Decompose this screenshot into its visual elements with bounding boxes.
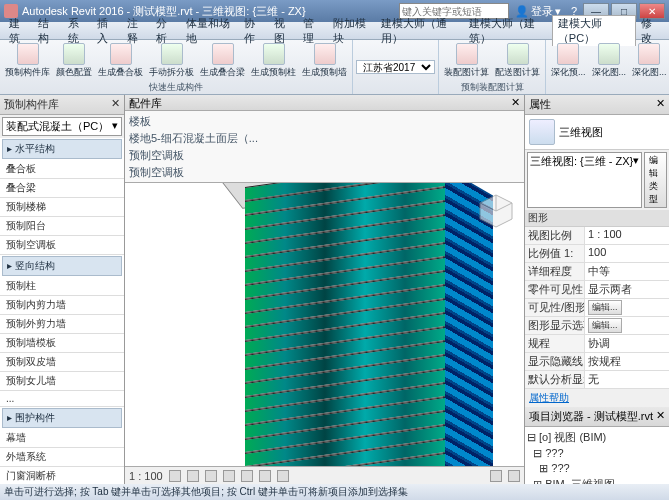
view-icon[interactable] <box>241 470 253 482</box>
property-row[interactable]: 比例值 1:100 <box>525 245 669 263</box>
edit-type-button[interactable]: 编辑类型 <box>644 152 667 208</box>
ribbon-btn[interactable]: 生成叠合板 <box>96 42 145 80</box>
list-item[interactable]: 叠合板 <box>0 160 124 179</box>
view-icon[interactable] <box>205 470 217 482</box>
property-row[interactable]: 图形显示选项编辑... <box>525 317 669 335</box>
list-item[interactable]: 叠合梁 <box>0 179 124 198</box>
view-cube[interactable] <box>476 191 516 231</box>
close-icon[interactable]: ✕ <box>511 96 520 109</box>
view-controls: 1 : 100 <box>125 466 524 484</box>
list-item[interactable]: 预制墙模板 <box>0 334 124 353</box>
left-panel-header: 预制构件库✕ <box>0 95 124 115</box>
close-icon[interactable]: ✕ <box>656 97 665 112</box>
list-item[interactable]: 预制柱 <box>0 277 124 296</box>
category[interactable]: ▸ 竖向结构 <box>2 256 122 276</box>
project-browser[interactable]: ⊟ [o] 视图 (BIM) ⊟ ??? ⊞ ??? ⊞ BIM_三维视图 ⊟ … <box>525 427 669 484</box>
list-item[interactable]: 幕墙 <box>0 429 124 448</box>
main-area: 预制构件库✕ 装配式混凝土（PC）▾ ▸ 水平结构叠合板叠合梁预制楼梯预制阳台预… <box>0 95 669 484</box>
right-panel: 属性✕ 三维视图 三维视图: {三维 - ZX}▾ 编辑类型 图形 视图比例1 … <box>524 95 669 484</box>
tree-node[interactable]: ⊟ ??? <box>527 446 667 461</box>
view-icon[interactable] <box>187 470 199 482</box>
property-grid: 视图比例1 : 100比例值 1:100详细程度中等零件可见性显示两者可见性/图… <box>525 227 669 389</box>
category[interactable]: ▸ 围护构件 <box>2 408 122 428</box>
list-item[interactable]: 预制空调板 <box>0 236 124 255</box>
library-select[interactable]: 装配式混凝土（PC）▾ <box>2 117 122 136</box>
close-icon[interactable]: ✕ <box>656 409 665 424</box>
view-icon[interactable] <box>508 470 520 482</box>
property-row[interactable]: 详细程度中等 <box>525 263 669 281</box>
component-list: ▸ 水平结构叠合板叠合梁预制楼梯预制阳台预制空调板▸ 竖向结构预制柱预制内剪力墙… <box>0 138 124 484</box>
parts-header: 配件库✕ <box>125 95 524 111</box>
properties-header: 属性✕ <box>525 95 669 115</box>
ribbon-group-region: 江苏省2017 <box>353 40 439 94</box>
ribbon-btn[interactable]: 配送图计算 <box>493 42 542 80</box>
browse-item[interactable]: 预制空调板 <box>129 147 520 164</box>
left-panel: 预制构件库✕ 装配式混凝土（PC）▾ ▸ 水平结构叠合板叠合梁预制楼梯预制阳台预… <box>0 95 125 484</box>
close-icon[interactable]: ✕ <box>111 97 120 112</box>
help-link[interactable]: 属性帮助 <box>525 389 669 407</box>
instance-select[interactable]: 三维视图: {三维 - ZX}▾ <box>527 152 642 208</box>
tree-node[interactable]: ⊟ [o] 视图 (BIM) <box>527 429 667 446</box>
list-item[interactable]: 预制女儿墙 <box>0 372 124 391</box>
zoom-label[interactable]: 1 : 100 <box>129 470 163 482</box>
ribbon-group-detail: 深化预...深化图...深化图...深化图... <box>546 40 669 94</box>
browser-header: 项目浏览器 - 测试模型.rvt✕ <box>525 407 669 427</box>
property-row[interactable]: 规程协调 <box>525 335 669 353</box>
ribbon-btn[interactable]: 生成叠合梁 <box>198 42 247 80</box>
ribbon-btn[interactable]: 深化图... <box>590 42 629 80</box>
list-item[interactable]: ... <box>0 391 124 407</box>
tree-node[interactable]: ⊞ BIM_三维视图 <box>527 476 667 484</box>
tree-node[interactable]: ⊞ ??? <box>527 461 667 476</box>
building-model <box>205 183 505 466</box>
list-item[interactable]: 门窗洞断桥 <box>0 467 124 484</box>
property-row[interactable]: 可见性/图形替换编辑... <box>525 299 669 317</box>
view-icon[interactable] <box>169 470 181 482</box>
list-item[interactable]: 预制阳台 <box>0 217 124 236</box>
property-group: 图形 <box>525 210 669 227</box>
list-item[interactable]: 预制楼梯 <box>0 198 124 217</box>
statusbar: 单击可进行选择; 按 Tab 键并单击可选择其他项目; 按 Ctrl 键并单击可… <box>0 484 669 500</box>
property-row[interactable]: 显示隐藏线按规程 <box>525 353 669 371</box>
browse-item[interactable]: 楼板 <box>129 113 520 130</box>
browse-item[interactable]: 预制空调板 <box>129 164 520 181</box>
property-row[interactable]: 零件可见性显示两者 <box>525 281 669 299</box>
ribbon: 预制构件库颜色配置生成叠合板手动拆分板生成叠合梁生成预制柱生成预制墙 快速生成构… <box>0 40 669 95</box>
type-selector[interactable]: 三维视图 <box>525 115 669 150</box>
ribbon-btn[interactable]: 颜色配置 <box>54 42 94 80</box>
browse-item[interactable]: 楼地5-细石混凝土面层（... <box>129 130 520 147</box>
ribbon-btn[interactable]: 手动拆分板 <box>147 42 196 80</box>
parts-browser: 楼板楼地5-细石混凝土面层（...预制空调板预制空调板 <box>125 111 524 183</box>
list-item[interactable]: 外墙系统 <box>0 448 124 467</box>
category[interactable]: ▸ 水平结构 <box>2 139 122 159</box>
ribbon-btn[interactable]: 生成预制墙 <box>300 42 349 80</box>
ribbon-btn[interactable]: 生成预制柱 <box>249 42 298 80</box>
region-dropdown[interactable]: 江苏省2017 <box>356 60 435 74</box>
ribbon-btn[interactable]: 装配图计算 <box>442 42 491 80</box>
property-row[interactable]: 视图比例1 : 100 <box>525 227 669 245</box>
ribbon-btn[interactable]: 预制构件库 <box>3 42 52 80</box>
list-item[interactable]: 预制外剪力墙 <box>0 315 124 334</box>
ribbon-btn[interactable]: 深化图... <box>630 42 669 80</box>
ribbon-group-components: 预制构件库颜色配置生成叠合板手动拆分板生成叠合梁生成预制柱生成预制墙 快速生成构… <box>0 40 353 94</box>
view-icon[interactable] <box>223 470 235 482</box>
view-icon[interactable] <box>259 470 271 482</box>
list-item[interactable]: 预制内剪力墙 <box>0 296 124 315</box>
menubar: 建筑结构系统插入注释分析体量和场地协作视图管理附加模块建模大师（通用）建模大师（… <box>0 22 669 40</box>
list-item[interactable]: 预制双皮墙 <box>0 353 124 372</box>
ribbon-group-calc: 装配图计算配送图计算 预制装配图计算 <box>439 40 546 94</box>
viewport[interactable] <box>125 183 524 466</box>
property-row[interactable]: 默认分析显示...无 <box>525 371 669 389</box>
ribbon-btn[interactable]: 深化预... <box>549 42 588 80</box>
view-icon[interactable] <box>277 470 289 482</box>
view-type-icon <box>529 119 555 145</box>
view-icon[interactable] <box>490 470 502 482</box>
center-panel: 配件库✕ 楼板楼地5-细石混凝土面层（...预制空调板预制空调板 1 : 100 <box>125 95 524 484</box>
